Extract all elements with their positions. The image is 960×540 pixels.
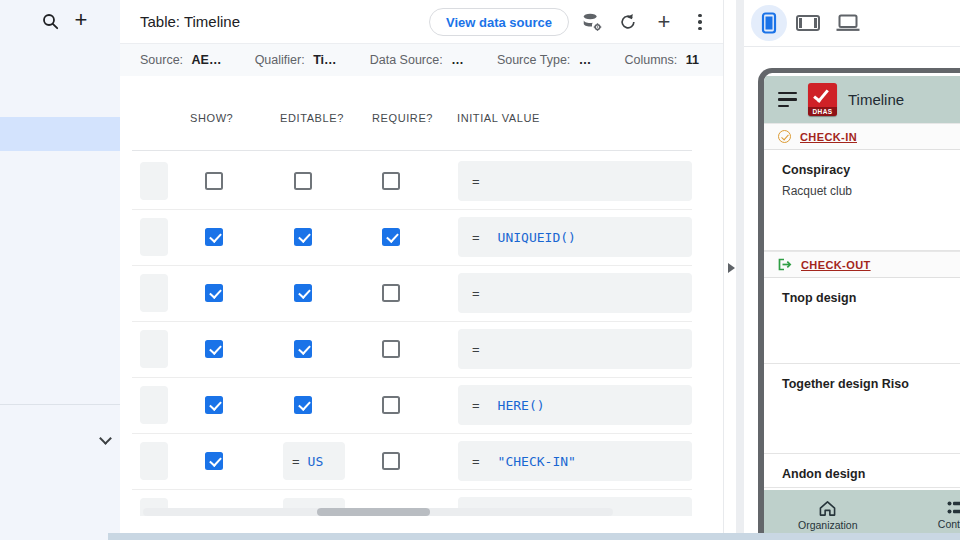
initial-value-field[interactable]: =: [458, 273, 692, 313]
appsheet-editor: + Table: Timeline View data source + Sou…: [0, 0, 960, 540]
check-circle-icon: [778, 130, 791, 143]
phone-preview-button[interactable]: [751, 5, 787, 41]
sidebar-divider: [0, 404, 120, 405]
list-item-title: Conspiracy: [782, 163, 948, 177]
table-row: =: [120, 159, 724, 203]
table-row: =US="CHECK-IN": [120, 439, 724, 483]
app-header: DHAS Timeline: [764, 76, 960, 123]
editable-checkbox[interactable]: [294, 284, 312, 302]
row-divider: [132, 377, 692, 378]
logout-icon: [778, 258, 792, 271]
section-label: CHECK-IN: [800, 131, 857, 143]
column-header-editable: EDITABLE?: [280, 112, 344, 124]
data-source-settings-icon[interactable]: [579, 9, 605, 35]
row-drag-handle[interactable]: [140, 386, 168, 424]
require-checkbox[interactable]: [382, 340, 400, 358]
horizontal-scrollbar[interactable]: [143, 508, 613, 516]
nav-item-organization[interactable]: Organization: [798, 500, 858, 531]
initial-value-field[interactable]: =: [458, 161, 692, 201]
equals-sign: =: [472, 398, 480, 413]
logo-check-icon: [813, 86, 829, 103]
editable-checkbox[interactable]: [294, 172, 312, 190]
initial-value-formula: UNIQUEID(): [498, 230, 576, 245]
nav-item-contact[interactable]: Contact: [938, 500, 960, 530]
chevron-down-icon[interactable]: [93, 428, 117, 452]
require-checkbox[interactable]: [382, 228, 400, 246]
source-info-item: Qualifier: Ti…: [255, 53, 337, 67]
equals-sign: =: [292, 454, 300, 469]
row-divider: [132, 209, 692, 210]
editable-checkbox[interactable]: [294, 228, 312, 246]
refresh-icon[interactable]: [615, 9, 641, 35]
list-item-title: Andon design: [782, 467, 948, 481]
equals-sign: =: [472, 174, 480, 189]
list-item[interactable]: Tnop design: [764, 278, 960, 364]
equals-sign: =: [472, 286, 480, 301]
list-item[interactable]: Andon design: [764, 454, 960, 488]
initial-value-field[interactable]: =UNIQUEID(): [458, 217, 692, 257]
sidebar-selected-item[interactable]: [0, 117, 120, 151]
table-row: =: [120, 327, 724, 371]
require-checkbox[interactable]: [382, 396, 400, 414]
column-header-show: SHOW?: [190, 112, 233, 124]
source-info-item: Source: AE…: [140, 53, 221, 67]
header-divider: [132, 150, 692, 151]
source-info-item: Data Source: …: [370, 53, 464, 67]
view-data-source-button[interactable]: View data source: [429, 8, 569, 36]
initial-value-field[interactable]: =: [458, 329, 692, 369]
editable-checkbox[interactable]: [294, 340, 312, 358]
show-checkbox[interactable]: [205, 452, 223, 470]
laptop-preview-button[interactable]: [830, 5, 866, 41]
app-title: Timeline: [848, 91, 904, 108]
show-checkbox[interactable]: [205, 228, 223, 246]
initial-value-field[interactable]: =HERE(): [458, 385, 692, 425]
show-checkbox[interactable]: [205, 340, 223, 358]
section-header-check-out[interactable]: CHECK-OUT: [764, 251, 960, 278]
editable-formula-text: US: [308, 454, 324, 469]
device-toggle-bar: [744, 0, 960, 47]
more-options-icon[interactable]: [687, 9, 713, 35]
show-checkbox[interactable]: [205, 396, 223, 414]
require-checkbox[interactable]: [382, 284, 400, 302]
editable-checkbox[interactable]: [294, 396, 312, 414]
source-info-item: Source Type: …: [497, 53, 591, 67]
source-info-item: Columns: 11: [624, 53, 699, 67]
show-checkbox[interactable]: [205, 284, 223, 302]
section-label: CHECK-OUT: [801, 259, 871, 271]
menu-icon[interactable]: [778, 92, 797, 108]
equals-sign: =: [472, 342, 480, 357]
initial-value-field[interactable]: ="CHECK-IN": [458, 441, 692, 481]
scrollbar-thumb[interactable]: [317, 508, 430, 516]
show-checkbox[interactable]: [205, 172, 223, 190]
panel-divider[interactable]: [736, 0, 744, 540]
list-item[interactable]: Together design Riso: [764, 364, 960, 454]
table-editor-panel: Table: Timeline View data source + Sourc…: [120, 0, 724, 540]
table-row: =UNIQUEID(): [120, 215, 724, 259]
equals-sign: =: [472, 230, 480, 245]
require-checkbox[interactable]: [382, 172, 400, 190]
row-drag-handle[interactable]: [140, 442, 168, 480]
logo-text: DHAS: [808, 107, 837, 116]
row-divider: [132, 265, 692, 266]
row-divider: [132, 321, 692, 322]
search-icon[interactable]: [38, 9, 62, 33]
row-divider: [132, 489, 692, 490]
preview-panel: DHAS Timeline CHECK-INConspiracyRacquet …: [744, 0, 960, 540]
equals-sign: =: [472, 454, 480, 469]
panel-expand-arrow[interactable]: [728, 263, 735, 273]
row-drag-handle[interactable]: [140, 274, 168, 312]
left-sidebar: +: [0, 0, 120, 540]
bottom-strip: [108, 533, 960, 540]
toolbar: View data source +: [429, 0, 713, 44]
require-checkbox[interactable]: [382, 452, 400, 470]
list-item[interactable]: ConspiracyRacquet club: [764, 150, 960, 251]
row-drag-handle[interactable]: [140, 330, 168, 368]
plus-icon[interactable]: +: [69, 8, 93, 32]
row-drag-handle[interactable]: [140, 218, 168, 256]
add-icon[interactable]: +: [651, 9, 677, 35]
row-drag-handle[interactable]: [140, 162, 168, 200]
tablet-preview-button[interactable]: [790, 5, 826, 41]
nav-item-label: Organization: [798, 519, 858, 531]
editable-formula-field[interactable]: =US: [283, 442, 345, 480]
section-header-check-in[interactable]: CHECK-IN: [764, 123, 960, 150]
